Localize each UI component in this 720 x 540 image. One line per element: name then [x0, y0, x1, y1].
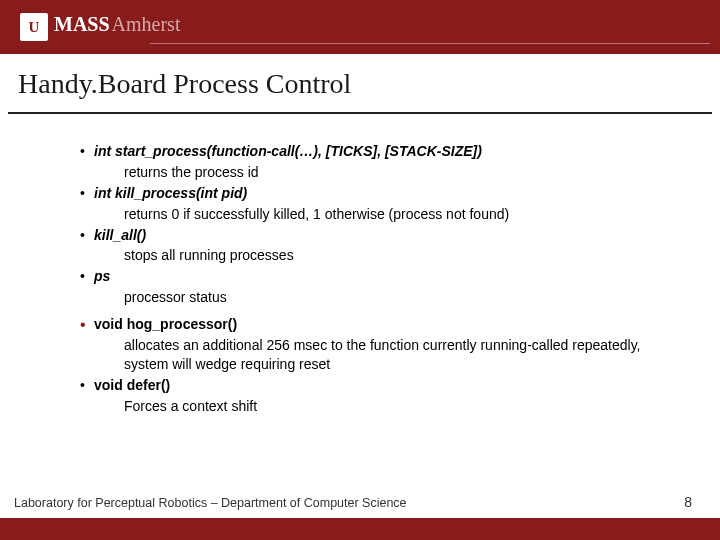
function-signature: int kill_process(int pid): [94, 185, 247, 201]
slide-title: Handy.Board Process Control: [18, 68, 720, 100]
function-description: stops all running processes: [80, 246, 680, 265]
function-signature: void hog_processor(): [94, 316, 237, 332]
logo-u-icon: U: [20, 13, 48, 41]
content-body: int start_process(function-call(…), [TIC…: [0, 114, 720, 416]
function-description: processor status: [80, 288, 680, 307]
umass-logo: U MASS Amherst: [20, 13, 180, 41]
function-signature: void defer(): [94, 377, 170, 393]
function-signature: ps: [94, 268, 110, 284]
logo-mass-text: MASS: [54, 13, 110, 36]
list-item: int start_process(function-call(…), [TIC…: [80, 142, 680, 161]
logo-amherst-text: Amherst: [112, 13, 181, 36]
header-bar: U MASS Amherst: [0, 0, 720, 54]
second-group: void hog_processor() allocates an additi…: [80, 315, 680, 415]
header-rule: [150, 43, 710, 44]
function-description: returns 0 if successfully killed, 1 othe…: [80, 205, 680, 224]
function-description: returns the process id: [80, 163, 680, 182]
list-item: void hog_processor(): [80, 315, 680, 334]
title-area: Handy.Board Process Control: [0, 54, 720, 106]
function-description: allocates an additional 256 msec to the …: [80, 336, 680, 374]
footer: Laboratory for Perceptual Robotics – Dep…: [0, 496, 720, 540]
function-signature: int start_process(function-call(…), [TIC…: [94, 143, 482, 159]
list-item: ps: [80, 267, 680, 286]
function-signature: kill_all(): [94, 227, 146, 243]
function-description: Forces a context shift: [80, 397, 680, 416]
list-item: kill_all(): [80, 226, 680, 245]
list-item: int kill_process(int pid): [80, 184, 680, 203]
footer-bar: [0, 518, 720, 540]
list-item: void defer(): [80, 376, 680, 395]
footer-label: Laboratory for Perceptual Robotics – Dep…: [0, 496, 720, 518]
